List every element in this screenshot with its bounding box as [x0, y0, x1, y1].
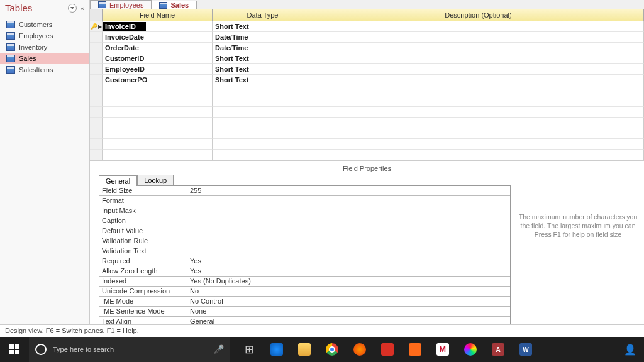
taskbar-app-mcafee[interactable]: M [429, 337, 457, 362]
row-selector[interactable] [90, 53, 103, 64]
taskbar-app-orange[interactable] [401, 337, 429, 362]
sidebar-item-inventory[interactable]: Inventory [0, 41, 89, 53]
data-type-cell[interactable] [213, 128, 313, 139]
field-name-input[interactable] [103, 22, 146, 31]
description-cell[interactable] [313, 75, 644, 85]
taskbar-app-firefox[interactable] [346, 337, 374, 362]
property-value[interactable] [187, 226, 510, 236]
start-button[interactable] [0, 337, 29, 362]
nav-collapse-button[interactable]: « [80, 4, 84, 12]
row-selector[interactable] [90, 118, 103, 128]
mic-icon[interactable]: 🎤 [213, 344, 224, 354]
field-name-cell[interactable]: EmployeeID [103, 64, 213, 75]
taskbar-people[interactable]: 👤 [616, 337, 644, 362]
description-cell[interactable] [313, 118, 644, 128]
field-name-cell[interactable] [103, 85, 213, 96]
field-name-cell[interactable]: InvoiceDate [103, 32, 213, 43]
description-cell[interactable] [313, 85, 644, 96]
property-value[interactable] [187, 236, 510, 246]
data-type-cell[interactable] [213, 107, 313, 118]
row-selector[interactable] [90, 107, 103, 118]
description-cell[interactable] [313, 64, 644, 75]
description-cell[interactable] [313, 107, 644, 118]
tab-sales[interactable]: Sales [151, 1, 197, 9]
sidebar-item-employees[interactable]: Employees [0, 30, 89, 41]
data-type-cell[interactable]: Date/Time [213, 32, 313, 43]
field-name-cell[interactable] [103, 128, 213, 139]
description-cell[interactable] [313, 32, 644, 43]
col-header-data-type[interactable]: Data Type [213, 9, 313, 21]
row-selector[interactable] [90, 32, 103, 43]
description-cell[interactable] [313, 150, 644, 160]
property-value[interactable]: Yes (No Duplicates) [187, 277, 510, 286]
property-value[interactable]: No Control [187, 297, 510, 306]
nav-group-title[interactable]: Tables [5, 3, 68, 13]
data-type-cell[interactable] [213, 85, 313, 96]
taskbar-app-red[interactable] [374, 337, 401, 362]
data-type-cell[interactable] [213, 139, 313, 150]
col-header-description[interactable]: Description (Optional) [313, 9, 644, 21]
field-name-cell[interactable] [103, 139, 213, 150]
field-name-cell[interactable]: OrderDate [103, 43, 213, 53]
data-type-cell[interactable]: Short Text [213, 75, 313, 85]
sidebar-item-customers[interactable]: Customers [0, 19, 89, 30]
tab-lookup[interactable]: Lookup [137, 175, 174, 185]
field-name-cell[interactable] [103, 150, 213, 160]
property-value[interactable]: Yes [187, 256, 510, 266]
taskbar-app-chrome[interactable] [318, 337, 346, 362]
tab-employees[interactable]: Employees [90, 0, 152, 9]
row-selector[interactable]: 🔑▶ [90, 21, 103, 32]
row-selector-header[interactable] [90, 9, 103, 21]
data-type-cell[interactable]: Short Text [213, 64, 313, 75]
col-header-field-name[interactable]: Field Name [103, 9, 213, 21]
property-row: Field Size255 [99, 186, 510, 196]
data-type-cell[interactable]: Date/Time [213, 43, 313, 53]
data-type-cell[interactable]: Short Text [213, 21, 313, 32]
row-selector[interactable] [90, 85, 103, 96]
row-selector[interactable] [90, 64, 103, 75]
field-name-cell[interactable] [103, 21, 213, 32]
description-cell[interactable] [313, 96, 644, 107]
property-value[interactable]: None [187, 307, 510, 316]
description-cell[interactable] [313, 53, 644, 64]
property-value[interactable] [187, 246, 510, 256]
row-selector[interactable] [90, 75, 103, 85]
field-name-cell[interactable]: CustomerID [103, 53, 213, 64]
property-value[interactable]: No [187, 287, 510, 296]
property-value[interactable]: 255 [187, 186, 510, 195]
data-type-cell[interactable]: Short Text [213, 53, 313, 64]
property-value[interactable]: Yes [187, 266, 510, 276]
property-value[interactable] [187, 216, 510, 226]
field-name-cell[interactable]: CustomerPO [103, 75, 213, 85]
data-type-cell[interactable] [213, 118, 313, 128]
field-row [90, 139, 644, 150]
description-cell[interactable] [313, 128, 644, 139]
taskbar-app-word[interactable]: W [512, 337, 540, 362]
field-name-cell[interactable] [103, 96, 213, 107]
nav-filter-dropdown[interactable] [68, 4, 77, 13]
row-selector[interactable] [90, 43, 103, 53]
row-selector[interactable] [90, 150, 103, 160]
row-selector[interactable] [90, 96, 103, 107]
taskbar-search[interactable]: Type here to search 🎤 [29, 337, 230, 362]
data-type-cell[interactable] [213, 150, 313, 160]
taskbar-app-paint[interactable] [457, 337, 484, 362]
tab-general[interactable]: General [99, 175, 137, 186]
task-view-button[interactable]: ⊞ [235, 337, 263, 362]
data-type-cell[interactable] [213, 96, 313, 107]
row-selector[interactable] [90, 128, 103, 139]
row-selector[interactable] [90, 139, 103, 150]
field-row [90, 85, 644, 96]
taskbar-app-edge[interactable] [263, 337, 291, 362]
field-name-cell[interactable] [103, 118, 213, 128]
description-cell[interactable] [313, 21, 644, 32]
sidebar-item-salesitems[interactable]: SalesItems [0, 64, 89, 75]
property-value[interactable] [187, 206, 510, 216]
description-cell[interactable] [313, 139, 644, 150]
sidebar-item-sales[interactable]: Sales [0, 53, 89, 64]
property-value[interactable] [187, 196, 510, 206]
taskbar-app-explorer[interactable] [291, 337, 318, 362]
field-name-cell[interactable] [103, 107, 213, 118]
description-cell[interactable] [313, 43, 644, 53]
taskbar-app-access[interactable]: A [484, 337, 512, 362]
